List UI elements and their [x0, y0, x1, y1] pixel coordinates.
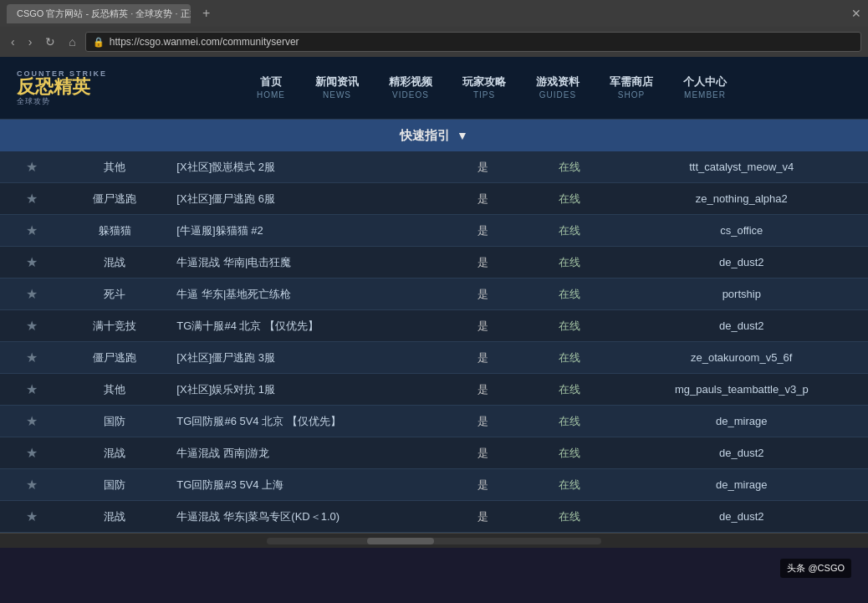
table-row[interactable]: ★ 混战 牛逼混战 华南|电击狂魔 是 在线 de_dust2 — [0, 247, 868, 279]
table-row[interactable]: ★ 混战 牛逼混战 华东|菜鸟专区(KD＜1.0) 是 在线 de_dust2 — [0, 501, 868, 533]
star-icon[interactable]: ★ — [26, 192, 38, 206]
tab-title: CSGO 官方网站 - 反恐精英 · 全球攻势 · 正式登陆中国 × — [17, 8, 191, 20]
table-row[interactable]: ★ 满十竞技 TG满十服#4 北京 【仅优先】 是 在线 de_dust2 — [0, 310, 868, 342]
yes-cell: 是 — [442, 406, 523, 437]
quick-nav-arrow-icon: ▼ — [457, 129, 468, 142]
yes-cell: 是 — [442, 215, 523, 247]
star-icon[interactable]: ★ — [26, 414, 38, 428]
map-cell: portship — [615, 279, 868, 310]
bottom-scrollbar-thumb[interactable] — [367, 538, 434, 544]
map-cell: cs_office — [615, 215, 868, 247]
nav-news[interactable]: 新闻资讯 NEWS — [300, 69, 374, 107]
name-cell: 牛逼混战 华南|电击狂魔 — [166, 247, 442, 279]
bottom-scrollbar[interactable] — [267, 538, 601, 544]
star-icon[interactable]: ★ — [26, 350, 38, 365]
map-cell: de_mirage — [615, 406, 868, 437]
type-cell: 僵尸逃跑 — [64, 342, 167, 374]
quick-nav-bar[interactable]: 快速指引 ▼ — [0, 120, 868, 151]
star-cell[interactable]: ★ — [0, 374, 64, 406]
status-cell: 在线 — [523, 279, 615, 310]
type-cell: 国防 — [64, 406, 167, 437]
star-cell[interactable]: ★ — [0, 342, 64, 374]
nav-menu: 首页 HOME 新闻资讯 NEWS 精彩视频 VIDEOS 玩家攻略 TIPS … — [132, 69, 851, 107]
name-cell: TG回防服#3 5V4 上海 — [166, 469, 442, 501]
star-icon[interactable]: ★ — [26, 446, 38, 460]
table-row[interactable]: ★ 其他 [X社区]娱乐对抗 1服 是 在线 mg_pauls_teambatt… — [0, 374, 868, 406]
nav-videos[interactable]: 精彩视频 VIDEOS — [374, 69, 447, 107]
name-cell: [X社区]僵尸逃跑 3服 — [166, 342, 442, 374]
nav-guides[interactable]: 游戏资料 GUIDES — [521, 69, 595, 107]
star-cell[interactable]: ★ — [0, 437, 64, 469]
table-row[interactable]: ★ 死斗 牛逼 华东|基地死亡练枪 是 在线 portship — [0, 279, 868, 310]
name-cell: [X社区]娱乐对抗 1服 — [166, 374, 442, 406]
yes-cell: 是 — [442, 279, 523, 310]
name-cell: 牛逼 华东|基地死亡练枪 — [166, 279, 442, 310]
map-cell: ttt_catalyst_meow_v4 — [615, 151, 868, 183]
browser-close-btn[interactable]: ✕ — [851, 7, 861, 20]
star-icon[interactable]: ★ — [26, 478, 38, 492]
quick-nav-label: 快速指引 — [400, 128, 450, 144]
star-cell[interactable]: ★ — [0, 406, 64, 437]
name-cell: [X社区]骰崽模式 2服 — [166, 151, 442, 183]
star-cell[interactable]: ★ — [0, 247, 64, 279]
table-row[interactable]: ★ 混战 牛逼混战 西南|游龙 是 在线 de_dust2 — [0, 437, 868, 469]
nav-member[interactable]: 个人中心 MEMBER — [668, 69, 742, 107]
type-cell: 混战 — [64, 247, 167, 279]
star-cell[interactable]: ★ — [0, 501, 64, 533]
back-btn[interactable]: ‹ — [7, 33, 19, 50]
name-cell: TG满十服#4 北京 【仅优先】 — [166, 310, 442, 342]
server-table-area: ★ 其他 [X社区]骰崽模式 2服 是 在线 ttt_catalyst_meow… — [0, 151, 868, 533]
star-icon[interactable]: ★ — [26, 319, 38, 333]
address-text: https://csgo.wanmei.com/communityserver — [110, 36, 299, 48]
forward-btn[interactable]: › — [24, 33, 37, 50]
type-cell: 死斗 — [64, 279, 167, 310]
star-icon[interactable]: ★ — [26, 509, 38, 524]
type-cell: 躲猫猫 — [64, 215, 167, 247]
star-cell[interactable]: ★ — [0, 469, 64, 501]
map-cell: de_dust2 — [615, 310, 868, 342]
table-row[interactable]: ★ 国防 TG回防服#6 5V4 北京 【仅优先】 是 在线 de_mirage — [0, 406, 868, 437]
star-icon[interactable]: ★ — [26, 223, 38, 238]
home-btn[interactable]: ⌂ — [64, 33, 79, 50]
star-icon[interactable]: ★ — [26, 160, 38, 174]
table-row[interactable]: ★ 国防 TG回防服#3 5V4 上海 是 在线 de_mirage — [0, 469, 868, 501]
table-row[interactable]: ★ 僵尸逃跑 [X社区]僵尸逃跑 6服 是 在线 ze_nothing_alph… — [0, 183, 868, 215]
site-header: COUNTER STRIKE 反恐精英 全球攻势 首页 HOME 新闻资讯 NE… — [0, 57, 868, 120]
map-cell: mg_pauls_teambattle_v3_p — [615, 374, 868, 406]
map-cell: de_dust2 — [615, 437, 868, 469]
server-table: ★ 其他 [X社区]骰崽模式 2服 是 在线 ttt_catalyst_meow… — [0, 151, 868, 533]
star-icon[interactable]: ★ — [26, 382, 38, 396]
logo-sub: 全球攻势 — [17, 96, 107, 107]
address-bar[interactable]: 🔒 https://csgo.wanmei.com/communityserve… — [85, 32, 861, 52]
browser-tab[interactable]: CSGO 官方网站 - 反恐精英 · 全球攻势 · 正式登陆中国 × ✕ — [7, 4, 191, 23]
type-cell: 混战 — [64, 437, 167, 469]
refresh-btn[interactable]: ↻ — [41, 33, 59, 50]
status-cell: 在线 — [523, 501, 615, 533]
star-icon[interactable]: ★ — [26, 287, 38, 301]
status-cell: 在线 — [523, 183, 615, 215]
star-cell[interactable]: ★ — [0, 215, 64, 247]
star-cell[interactable]: ★ — [0, 279, 64, 310]
status-cell: 在线 — [523, 342, 615, 374]
star-icon[interactable]: ★ — [26, 255, 38, 269]
yes-cell: 是 — [442, 469, 523, 501]
star-cell[interactable]: ★ — [0, 183, 64, 215]
name-cell: TG回防服#6 5V4 北京 【仅优先】 — [166, 406, 442, 437]
table-row[interactable]: ★ 躲猫猫 [牛逼服]躲猫猫 #2 是 在线 cs_office — [0, 215, 868, 247]
star-cell[interactable]: ★ — [0, 310, 64, 342]
status-cell: 在线 — [523, 374, 615, 406]
logo-area: COUNTER STRIKE 反恐精英 全球攻势 — [17, 69, 107, 107]
star-cell[interactable]: ★ — [0, 151, 64, 183]
yes-cell: 是 — [442, 247, 523, 279]
name-cell: 牛逼混战 华东|菜鸟专区(KD＜1.0) — [166, 501, 442, 533]
nav-shop[interactable]: 军需商店 SHOP — [595, 69, 668, 107]
table-row[interactable]: ★ 其他 [X社区]骰崽模式 2服 是 在线 ttt_catalyst_meow… — [0, 151, 868, 183]
status-cell: 在线 — [523, 437, 615, 469]
browser-bottom-bar — [0, 533, 868, 548]
nav-home[interactable]: 首页 HOME — [242, 69, 300, 107]
map-cell: de_dust2 — [615, 501, 868, 533]
map-cell: de_mirage — [615, 469, 868, 501]
table-row[interactable]: ★ 僵尸逃跑 [X社区]僵尸逃跑 3服 是 在线 ze_otakuroom_v5… — [0, 342, 868, 374]
new-tab-btn[interactable]: + — [197, 4, 215, 23]
nav-tips[interactable]: 玩家攻略 TIPS — [447, 69, 521, 107]
